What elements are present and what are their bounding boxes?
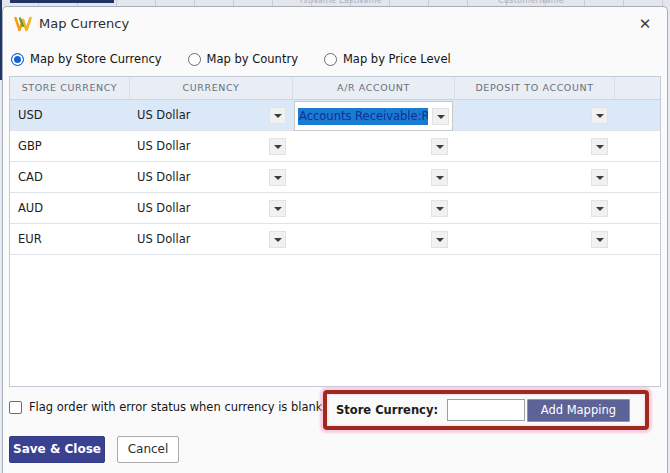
column-header-ar-account: A/R ACCOUNT	[292, 77, 454, 99]
chevron-down-icon	[274, 145, 282, 149]
ar-account-dropdown-button[interactable]	[431, 200, 448, 217]
flag-order-label: Flag order with error status when curren…	[29, 400, 326, 414]
currency-dropdown-button[interactable]	[269, 138, 286, 155]
chevron-down-icon	[596, 207, 604, 211]
save-close-button[interactable]: Save & Close	[9, 436, 105, 463]
store-currency-cell: GBP	[10, 131, 129, 161]
column-header-spacer	[614, 77, 660, 99]
chevron-down-icon	[596, 114, 604, 118]
chevron-down-icon	[274, 207, 282, 211]
radio-selected-icon	[11, 53, 24, 66]
deposit-account-dropdown-button[interactable]	[591, 200, 608, 217]
ar-account-cell	[292, 224, 454, 254]
table-row[interactable]: EUR US Dollar	[10, 224, 660, 255]
dialog-action-buttons: Save & Close Cancel	[9, 436, 179, 463]
currency-value: US Dollar	[137, 139, 190, 153]
radio-unselected-icon	[324, 53, 337, 66]
deposit-account-dropdown-button[interactable]	[591, 107, 608, 124]
chevron-down-icon	[436, 176, 444, 180]
background-text-fragment: CustomerName	[498, 0, 564, 5]
chevron-down-icon	[596, 238, 604, 242]
radio-map-by-store-currency[interactable]: Map by Store Currency	[11, 52, 162, 66]
deposit-account-dropdown-button[interactable]	[591, 169, 608, 186]
deposit-account-dropdown-button[interactable]	[591, 138, 608, 155]
store-currency-cell: AUD	[10, 193, 129, 223]
currency-value: US Dollar	[137, 170, 190, 184]
ar-account-dropdown-button[interactable]	[432, 108, 449, 125]
deposit-account-cell	[454, 162, 614, 192]
spacer-cell	[614, 224, 660, 254]
currency-dropdown-button[interactable]	[269, 231, 286, 248]
chevron-down-icon	[274, 176, 282, 180]
store-currency-label: Store Currency:	[336, 403, 438, 417]
flag-order-checkbox[interactable]	[9, 401, 22, 414]
chevron-down-icon	[437, 115, 445, 119]
dialog-title: Map Currency	[39, 16, 129, 31]
spacer-cell	[614, 100, 660, 130]
currency-dropdown-button[interactable]	[269, 107, 286, 124]
table-row[interactable]: USD US Dollar Accounts Receivable:Rach	[10, 100, 660, 131]
add-mapping-button[interactable]: Add Mapping	[527, 399, 630, 422]
spacer-cell	[614, 162, 660, 192]
currency-dropdown-button[interactable]	[269, 200, 286, 217]
background-navy-bar	[10, 0, 114, 3]
currency-cell: US Dollar	[129, 193, 292, 223]
deposit-account-cell	[454, 100, 614, 130]
ar-account-combobox[interactable]: Accounts Receivable:Rach	[294, 101, 453, 131]
dialog-titlebar: Map Currency ✕	[3, 7, 667, 41]
currency-value: US Dollar	[137, 108, 190, 122]
radio-map-by-country[interactable]: Map by Country	[188, 52, 298, 66]
currency-mapping-table: STORE CURRENCY CURRENCY A/R ACCOUNT DEPO…	[9, 76, 661, 387]
webgility-logo-icon	[13, 14, 33, 34]
currency-cell: US Dollar	[129, 100, 292, 130]
column-header-currency: CURRENCY	[129, 77, 292, 99]
deposit-account-cell	[454, 131, 614, 161]
spacer-cell	[614, 131, 660, 161]
chevron-down-icon	[274, 114, 282, 118]
ar-account-dropdown-button[interactable]	[431, 138, 448, 155]
store-currency-cell: USD	[10, 100, 129, 130]
background-text-fragment: rstName LastName	[300, 0, 382, 5]
chevron-down-icon	[436, 207, 444, 211]
store-currency-cell: EUR	[10, 224, 129, 254]
ar-account-dropdown-button[interactable]	[431, 169, 448, 186]
ar-account-dropdown-button[interactable]	[431, 231, 448, 248]
chevron-down-icon	[436, 238, 444, 242]
map-currency-dialog: Map Currency ✕ Map by Store Currency Map…	[2, 6, 668, 473]
currency-cell: US Dollar	[129, 162, 292, 192]
red-annotation-highlight: Store Currency: Add Mapping	[323, 390, 649, 430]
column-header-store-currency: STORE CURRENCY	[10, 77, 129, 99]
spacer-cell	[614, 193, 660, 223]
cancel-button[interactable]: Cancel	[117, 436, 179, 463]
deposit-account-cell	[454, 224, 614, 254]
ar-account-cell: Accounts Receivable:Rach	[292, 100, 454, 130]
ar-account-cell	[292, 131, 454, 161]
currency-value: US Dollar	[137, 201, 190, 215]
table-row[interactable]: AUD US Dollar	[10, 193, 660, 224]
radio-label: Map by Price Level	[343, 52, 451, 66]
store-currency-input[interactable]	[447, 399, 525, 421]
store-currency-cell: CAD	[10, 162, 129, 192]
currency-cell: US Dollar	[129, 224, 292, 254]
radio-unselected-icon	[188, 53, 201, 66]
table-header-row: STORE CURRENCY CURRENCY A/R ACCOUNT DEPO…	[10, 77, 660, 100]
currency-dropdown-button[interactable]	[269, 169, 286, 186]
chevron-down-icon	[596, 176, 604, 180]
currency-value: US Dollar	[137, 232, 190, 246]
table-row[interactable]: GBP US Dollar	[10, 131, 660, 162]
chevron-down-icon	[596, 145, 604, 149]
ar-account-cell	[292, 162, 454, 192]
ar-account-cell	[292, 193, 454, 223]
chevron-down-icon	[274, 238, 282, 242]
deposit-account-cell	[454, 193, 614, 223]
table-row[interactable]: CAD US Dollar	[10, 162, 660, 193]
column-header-deposit-to-account: DEPOSIT TO ACCOUNT	[454, 77, 614, 99]
currency-cell: US Dollar	[129, 131, 292, 161]
map-mode-radio-group: Map by Store Currency Map by Country Map…	[11, 49, 477, 69]
radio-label: Map by Country	[207, 52, 298, 66]
radio-label: Map by Store Currency	[30, 52, 162, 66]
chevron-down-icon	[436, 145, 444, 149]
radio-map-by-price-level[interactable]: Map by Price Level	[324, 52, 451, 66]
close-icon[interactable]: ✕	[635, 14, 655, 34]
deposit-account-dropdown-button[interactable]	[591, 231, 608, 248]
